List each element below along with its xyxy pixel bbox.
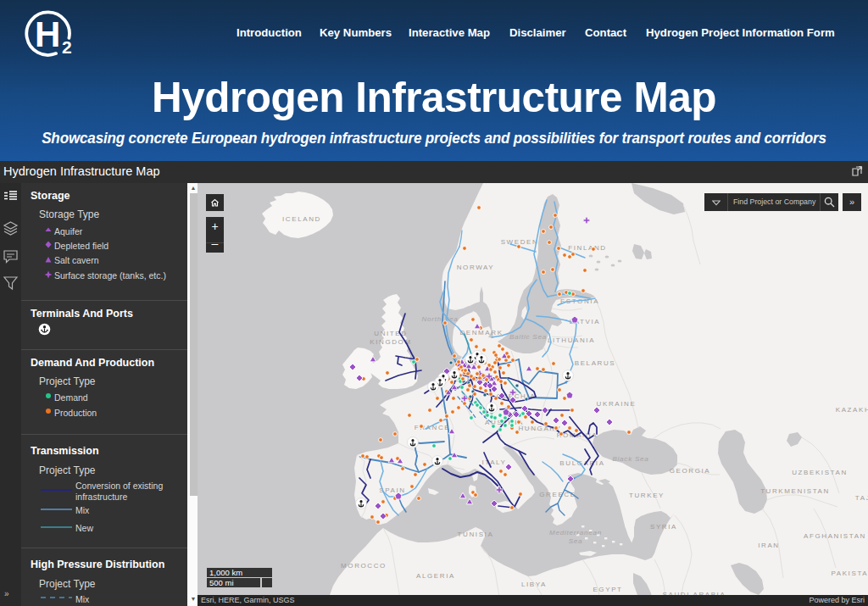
svg-text:North Sea: North Sea: [421, 315, 458, 323]
svg-text:GEORGIA: GEORGIA: [670, 467, 711, 475]
svg-text:TURKEY: TURKEY: [629, 492, 665, 499]
svg-text:MOROCCO: MOROCCO: [341, 562, 387, 570]
svg-text:TUNISIA: TUNISIA: [458, 531, 494, 538]
svg-text:UZBEKISTAN: UZBEKISTAN: [792, 469, 848, 476]
svg-text:»: »: [4, 589, 9, 598]
svg-text:TAJI: TAJI: [855, 494, 868, 502]
svg-text:TURKMENISTAN: TURKMENISTAN: [760, 487, 830, 495]
svg-text:IRAN: IRAN: [758, 542, 780, 549]
svg-text:H: H: [35, 14, 60, 54]
svg-text:ALGERIA: ALGERIA: [416, 572, 455, 580]
svg-text:AFGHANISTAN: AFGHANISTAN: [804, 532, 866, 540]
svg-text:2: 2: [62, 37, 72, 57]
svg-text:ICELAND: ICELAND: [282, 215, 321, 223]
svg-text:Baltic Sea: Baltic Sea: [509, 333, 547, 341]
svg-text:LIBYA: LIBYA: [521, 581, 547, 588]
svg-text:EGYPT: EGYPT: [593, 586, 622, 593]
svg-text:GREECE: GREECE: [539, 491, 576, 498]
svg-text:FINLAND: FINLAND: [568, 244, 606, 252]
svg-text:ITALY: ITALY: [481, 459, 506, 466]
svg-text:NORWAY: NORWAY: [457, 264, 495, 271]
svg-text:LITHUANIA: LITHUANIA: [548, 336, 595, 344]
svg-text:Mediterranean: Mediterranean: [549, 529, 602, 537]
svg-text:KAZAKHS: KAZAKHS: [836, 406, 868, 414]
svg-text:Black Sea: Black Sea: [612, 455, 648, 463]
svg-text:SYRIA: SYRIA: [650, 523, 677, 531]
svg-text:BELARUS: BELARUS: [575, 359, 616, 367]
svg-text:Sea: Sea: [569, 537, 583, 545]
svg-text:PAKISTAN: PAKISTAN: [831, 570, 868, 577]
svg-text:UKRAINE: UKRAINE: [597, 400, 637, 408]
